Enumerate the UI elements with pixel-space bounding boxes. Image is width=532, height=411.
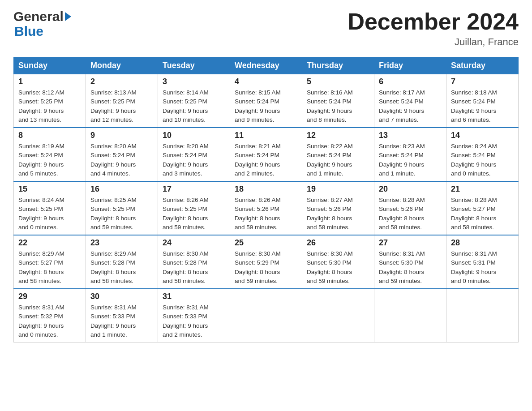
logo: General Blue [13, 9, 71, 39]
day-number: 7 [451, 77, 514, 86]
day-number: 9 [90, 131, 153, 140]
calendar-day-cell: 9Sunrise: 8:20 AMSunset: 5:24 PMDaylight… [86, 128, 158, 181]
calendar-day-cell: 21Sunrise: 8:28 AMSunset: 5:27 PMDayligh… [446, 181, 519, 235]
calendar-day-cell: 10Sunrise: 8:20 AMSunset: 5:24 PMDayligh… [158, 128, 230, 181]
logo-blue-text: Blue [13, 24, 71, 39]
day-number: 1 [18, 77, 81, 86]
day-number: 24 [163, 238, 225, 248]
title-block: December 2024 Juillan, France [348, 9, 519, 48]
day-info: Sunrise: 8:28 AMSunset: 5:27 PMDaylight:… [451, 196, 514, 232]
calendar-day-cell: 7Sunrise: 8:18 AMSunset: 5:24 PMDaylight… [446, 74, 519, 128]
calendar-day-cell: 20Sunrise: 8:28 AMSunset: 5:26 PMDayligh… [374, 181, 446, 235]
empty-cell [302, 289, 374, 342]
weekday-header-saturday: Saturday [446, 57, 519, 74]
day-info: Sunrise: 8:31 AMSunset: 5:33 PMDaylight:… [163, 303, 225, 339]
empty-cell [374, 289, 446, 342]
logo-general-text: General [13, 9, 64, 24]
logo-arrow-icon [65, 12, 71, 21]
location-text: Juillan, France [348, 36, 519, 48]
day-number: 22 [18, 238, 81, 248]
calendar-week-row: 8Sunrise: 8:19 AMSunset: 5:24 PMDaylight… [14, 128, 519, 181]
calendar-day-cell: 1Sunrise: 8:12 AMSunset: 5:25 PMDaylight… [14, 74, 86, 128]
calendar-day-cell: 25Sunrise: 8:30 AMSunset: 5:29 PMDayligh… [230, 235, 302, 289]
calendar-day-cell: 24Sunrise: 8:30 AMSunset: 5:28 PMDayligh… [158, 235, 230, 289]
day-number: 20 [379, 184, 442, 194]
day-number: 23 [90, 238, 153, 248]
day-info: Sunrise: 8:22 AMSunset: 5:24 PMDaylight:… [307, 142, 369, 178]
weekday-header-row: SundayMondayTuesdayWednesdayThursdayFrid… [14, 57, 519, 74]
day-number: 26 [307, 238, 369, 248]
day-number: 5 [307, 77, 369, 86]
weekday-header-thursday: Thursday [302, 57, 374, 74]
day-info: Sunrise: 8:26 AMSunset: 5:26 PMDaylight:… [235, 196, 297, 232]
day-info: Sunrise: 8:19 AMSunset: 5:24 PMDaylight:… [18, 142, 81, 178]
day-info: Sunrise: 8:29 AMSunset: 5:28 PMDaylight:… [90, 249, 153, 286]
day-number: 14 [451, 131, 514, 140]
calendar-day-cell: 28Sunrise: 8:31 AMSunset: 5:31 PMDayligh… [446, 235, 519, 289]
day-info: Sunrise: 8:30 AMSunset: 5:28 PMDaylight:… [163, 249, 225, 286]
calendar-day-cell: 22Sunrise: 8:29 AMSunset: 5:27 PMDayligh… [14, 235, 86, 289]
weekday-header-monday: Monday [86, 57, 158, 74]
day-info: Sunrise: 8:24 AMSunset: 5:25 PMDaylight:… [18, 196, 81, 232]
day-number: 27 [379, 238, 442, 248]
day-number: 21 [451, 184, 514, 194]
day-number: 16 [90, 184, 153, 194]
weekday-header-friday: Friday [374, 57, 446, 74]
calendar-day-cell: 23Sunrise: 8:29 AMSunset: 5:28 PMDayligh… [86, 235, 158, 289]
calendar-day-cell: 27Sunrise: 8:31 AMSunset: 5:30 PMDayligh… [374, 235, 446, 289]
day-info: Sunrise: 8:24 AMSunset: 5:24 PMDaylight:… [451, 142, 514, 178]
calendar-day-cell: 4Sunrise: 8:15 AMSunset: 5:24 PMDaylight… [230, 74, 302, 128]
day-number: 12 [307, 131, 369, 140]
day-number: 31 [163, 292, 225, 301]
day-number: 13 [379, 131, 442, 140]
day-number: 15 [18, 184, 81, 194]
day-number: 30 [90, 292, 153, 301]
calendar-day-cell: 14Sunrise: 8:24 AMSunset: 5:24 PMDayligh… [446, 128, 519, 181]
day-info: Sunrise: 8:25 AMSunset: 5:25 PMDaylight:… [90, 196, 153, 232]
day-number: 18 [235, 184, 297, 194]
calendar-day-cell: 6Sunrise: 8:17 AMSunset: 5:24 PMDaylight… [374, 74, 446, 128]
page-header: General Blue December 2024 Juillan, Fran… [13, 9, 519, 48]
empty-cell [446, 289, 519, 342]
calendar-table: SundayMondayTuesdayWednesdayThursdayFrid… [13, 57, 519, 342]
weekday-header-wednesday: Wednesday [230, 57, 302, 74]
calendar-day-cell: 15Sunrise: 8:24 AMSunset: 5:25 PMDayligh… [14, 181, 86, 235]
day-number: 4 [235, 77, 297, 86]
day-number: 25 [235, 238, 297, 248]
calendar-day-cell: 12Sunrise: 8:22 AMSunset: 5:24 PMDayligh… [302, 128, 374, 181]
day-info: Sunrise: 8:15 AMSunset: 5:24 PMDaylight:… [235, 88, 297, 124]
calendar-day-cell: 31Sunrise: 8:31 AMSunset: 5:33 PMDayligh… [158, 289, 230, 342]
calendar-week-row: 15Sunrise: 8:24 AMSunset: 5:25 PMDayligh… [14, 181, 519, 235]
day-info: Sunrise: 8:29 AMSunset: 5:27 PMDaylight:… [18, 249, 81, 286]
calendar-day-cell: 11Sunrise: 8:21 AMSunset: 5:24 PMDayligh… [230, 128, 302, 181]
day-info: Sunrise: 8:21 AMSunset: 5:24 PMDaylight:… [235, 142, 297, 178]
day-number: 17 [163, 184, 225, 194]
day-info: Sunrise: 8:27 AMSunset: 5:26 PMDaylight:… [307, 196, 369, 232]
day-number: 3 [163, 77, 225, 86]
calendar-day-cell: 13Sunrise: 8:23 AMSunset: 5:24 PMDayligh… [374, 128, 446, 181]
day-info: Sunrise: 8:18 AMSunset: 5:24 PMDaylight:… [451, 88, 514, 124]
day-info: Sunrise: 8:31 AMSunset: 5:31 PMDaylight:… [451, 249, 514, 286]
day-number: 11 [235, 131, 297, 140]
day-number: 10 [163, 131, 225, 140]
calendar-day-cell: 8Sunrise: 8:19 AMSunset: 5:24 PMDaylight… [14, 128, 86, 181]
day-info: Sunrise: 8:12 AMSunset: 5:25 PMDaylight:… [18, 88, 81, 124]
day-number: 29 [18, 292, 81, 301]
day-info: Sunrise: 8:20 AMSunset: 5:24 PMDaylight:… [90, 142, 153, 178]
day-number: 6 [379, 77, 442, 86]
day-number: 2 [90, 77, 153, 86]
calendar-week-row: 22Sunrise: 8:29 AMSunset: 5:27 PMDayligh… [14, 235, 519, 289]
calendar-day-cell: 26Sunrise: 8:30 AMSunset: 5:30 PMDayligh… [302, 235, 374, 289]
day-info: Sunrise: 8:14 AMSunset: 5:25 PMDaylight:… [163, 88, 225, 124]
empty-cell [230, 289, 302, 342]
day-number: 8 [18, 131, 81, 140]
weekday-header-tuesday: Tuesday [158, 57, 230, 74]
weekday-header-sunday: Sunday [14, 57, 86, 74]
day-number: 28 [451, 238, 514, 248]
calendar-day-cell: 19Sunrise: 8:27 AMSunset: 5:26 PMDayligh… [302, 181, 374, 235]
calendar-day-cell: 29Sunrise: 8:31 AMSunset: 5:32 PMDayligh… [14, 289, 86, 342]
calendar-day-cell: 5Sunrise: 8:16 AMSunset: 5:24 PMDaylight… [302, 74, 374, 128]
calendar-day-cell: 3Sunrise: 8:14 AMSunset: 5:25 PMDaylight… [158, 74, 230, 128]
calendar-week-row: 29Sunrise: 8:31 AMSunset: 5:32 PMDayligh… [14, 289, 519, 342]
month-title: December 2024 [348, 9, 519, 34]
